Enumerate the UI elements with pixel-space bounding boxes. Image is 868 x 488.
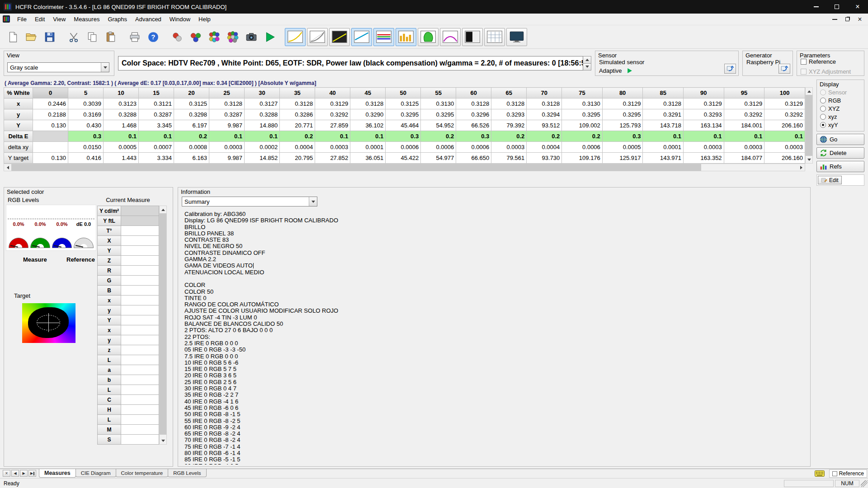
measure-cell[interactable]: 0.3128 — [643, 99, 684, 109]
menu-advanced[interactable]: Advanced — [131, 14, 165, 24]
tab-close-button[interactable]: × — [3, 470, 10, 477]
measure-cell[interactable]: 0.3295 — [562, 109, 603, 120]
chart-display-button[interactable] — [506, 28, 527, 46]
measure-cell[interactable]: 0.1 — [139, 131, 174, 142]
chart-nearblack-button[interactable] — [329, 28, 350, 46]
measure-cell[interactable]: 0.3169 — [68, 109, 104, 120]
keyboard-icon[interactable] — [815, 470, 825, 477]
measure-cell[interactable]: 0.3 — [602, 131, 643, 142]
column-header-25[interactable]: 25 — [209, 88, 245, 99]
measure-cell[interactable]: 0.1 — [104, 131, 139, 142]
measure-cell[interactable]: 0.3127 — [245, 99, 280, 109]
measure-all-colors-button[interactable] — [224, 28, 242, 47]
measure-cell[interactable]: 9.987 — [209, 120, 245, 131]
measure-cell[interactable]: 45.422 — [386, 153, 421, 164]
mdi-minimize-button[interactable] — [828, 14, 841, 24]
column-header-35[interactable]: 35 — [280, 88, 315, 99]
cut-button[interactable] — [65, 28, 83, 47]
maximize-button[interactable] — [826, 0, 847, 14]
column-header-20[interactable]: 20 — [174, 88, 209, 99]
refs-button[interactable]: Refs — [816, 161, 864, 172]
measure-cell[interactable]: 0.3294 — [527, 109, 562, 120]
measure-cell[interactable]: 0.3129 — [764, 99, 805, 109]
measure-cell[interactable]: 0.416 — [68, 153, 104, 164]
measure-cell[interactable]: 0.3288 — [245, 109, 280, 120]
measure-cell[interactable]: 0.0003 — [684, 142, 724, 153]
column-header-90[interactable]: 90 — [684, 88, 724, 99]
tab-rgb-levels[interactable]: RGB Levels — [168, 469, 206, 477]
measure-cell[interactable]: 125.793 — [602, 120, 643, 131]
measure-cell[interactable]: 0.1 — [724, 131, 764, 142]
menu-view[interactable]: View — [49, 14, 70, 24]
measure-cell[interactable]: 0.2 — [421, 131, 456, 142]
open-file-button[interactable] — [22, 28, 40, 47]
tab-scroll-right-button[interactable]: ▶ — [20, 470, 28, 477]
measure-cell[interactable]: 0.1 — [643, 131, 684, 142]
scroll-left-button[interactable] — [4, 164, 11, 171]
measure-cell[interactable]: 206.160 — [764, 153, 805, 164]
bottom-reference-row[interactable]: Reference — [829, 469, 867, 478]
measure-cell[interactable] — [33, 142, 68, 153]
measure-cell[interactable]: 0.0004 — [527, 142, 562, 153]
measure-cell[interactable]: 0.3128 — [527, 99, 562, 109]
measure-cell[interactable]: 0.3292 — [315, 109, 350, 120]
column-header-40[interactable]: 40 — [315, 88, 350, 99]
chart-color-temperature-button[interactable] — [396, 28, 416, 46]
measure-cell[interactable]: 0.1 — [209, 131, 245, 142]
view-type-dropdown[interactable]: Gray scale — [7, 62, 109, 72]
row-label-y-target[interactable]: Y target — [4, 153, 33, 164]
copy-button[interactable] — [83, 28, 101, 47]
tab-scroll-end-button[interactable]: ▶ — [28, 470, 36, 477]
measure-cell[interactable]: 109.002 — [562, 120, 603, 131]
measure-cell[interactable]: 36.051 — [350, 153, 386, 164]
display-option-sensor[interactable]: Sensor — [820, 88, 862, 96]
column-header-15[interactable]: 15 — [139, 88, 174, 99]
reference-checkbox[interactable] — [801, 59, 807, 65]
measure-cell[interactable]: 3.345 — [139, 120, 174, 131]
chart-cie-diagram-button[interactable] — [418, 28, 439, 46]
measure-cell[interactable]: 163.134 — [684, 120, 724, 131]
measure-cell[interactable]: 0.3290 — [350, 109, 386, 120]
column-header-70[interactable]: 70 — [527, 88, 562, 99]
measure-cell[interactable]: 0.1 — [684, 131, 724, 142]
spinner-up-button[interactable] — [583, 56, 591, 63]
measure-cell[interactable]: 20.795 — [280, 153, 315, 164]
measure-cell[interactable]: 0.3125 — [174, 99, 209, 109]
column-header-80[interactable]: 80 — [602, 88, 643, 99]
measure-secondaries-button[interactable] — [205, 28, 223, 47]
measure-cell[interactable]: 0.3129 — [684, 99, 724, 109]
measure-cell[interactable]: 0.3292 — [764, 109, 805, 120]
measure-cell[interactable]: 0.0003 — [491, 142, 527, 153]
tab-measures[interactable]: Measures — [39, 469, 76, 478]
measure-cell[interactable]: 0.0006 — [386, 142, 421, 153]
scrollbar-thumb[interactable] — [11, 164, 701, 171]
scrollbar-thumb[interactable] — [160, 213, 166, 435]
delete-button[interactable]: Delete — [816, 147, 864, 159]
measure-cell[interactable]: 0.130 — [33, 120, 68, 131]
scrollbar-thumb[interactable] — [806, 95, 812, 156]
column-header-100[interactable]: 100 — [764, 88, 805, 99]
scroll-down-button[interactable] — [160, 437, 166, 444]
row-label-delta-e[interactable]: Delta E — [4, 131, 33, 142]
measure-cell[interactable]: 27.859 — [315, 120, 350, 131]
measure-cell[interactable]: 9.987 — [209, 153, 245, 164]
run-measures-button[interactable] — [261, 28, 279, 47]
measure-cell[interactable]: 163.352 — [684, 153, 724, 164]
measure-cell[interactable]: 36.102 — [350, 120, 386, 131]
measure-cell[interactable]: 0.3295 — [386, 109, 421, 120]
measure-cell[interactable]: 79.561 — [491, 153, 527, 164]
column-header-55[interactable]: 55 — [421, 88, 456, 99]
measure-cell[interactable]: 0.3128 — [280, 99, 315, 109]
row-label-x[interactable]: x — [4, 99, 33, 109]
save-button[interactable] — [41, 28, 59, 47]
measure-cell[interactable]: 0.3121 — [139, 99, 174, 109]
measure-cell[interactable]: 0.3 — [386, 131, 421, 142]
column-header-5[interactable]: 5 — [68, 88, 104, 99]
measure-cell[interactable]: 27.852 — [315, 153, 350, 164]
measure-cell[interactable]: 0.3125 — [386, 99, 421, 109]
measure-cell[interactable]: 93.512 — [527, 120, 562, 131]
measure-cell[interactable]: 184.001 — [724, 120, 764, 131]
measure-cell[interactable]: 20.771 — [280, 120, 315, 131]
measure-cell[interactable] — [33, 131, 68, 142]
measure-grayscale-button[interactable] — [168, 28, 186, 47]
